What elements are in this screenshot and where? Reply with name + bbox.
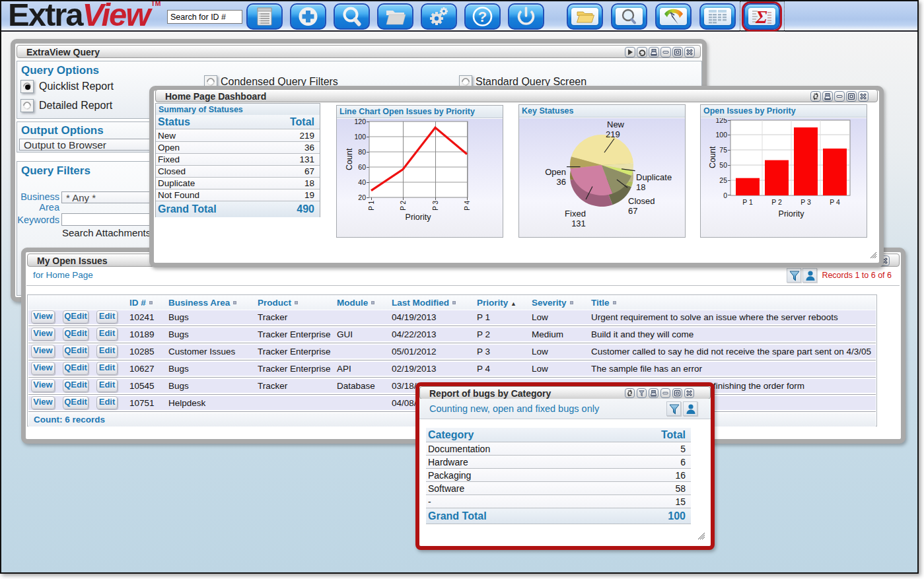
svg-text:20: 20 [358, 193, 366, 201]
svg-text:P 4: P 4 [830, 198, 840, 206]
svg-text:125: 125 [715, 118, 727, 124]
svg-text:New: New [607, 119, 625, 129]
svg-text:60: 60 [358, 163, 366, 171]
svg-text:40: 40 [358, 178, 366, 186]
svg-text:18: 18 [636, 182, 645, 192]
svg-text:P 3: P 3 [432, 201, 439, 211]
svg-text:50: 50 [719, 161, 727, 169]
svg-text:?: ? [478, 9, 487, 25]
svg-text:120: 120 [354, 119, 366, 125]
svg-text:Count: Count [708, 146, 717, 168]
svg-text:Fixed: Fixed [565, 209, 586, 219]
svg-text:P 1: P 1 [368, 201, 375, 211]
svg-text:Count: Count [345, 148, 354, 170]
svg-text:Closed: Closed [628, 196, 655, 206]
svg-text:P 4: P 4 [464, 201, 471, 211]
svg-text:100: 100 [354, 133, 366, 141]
svg-text:75: 75 [719, 146, 727, 154]
svg-text:P 3: P 3 [800, 198, 811, 206]
svg-text:Open: Open [545, 167, 566, 177]
svg-text:100: 100 [715, 131, 727, 139]
svg-text:P 1: P 1 [742, 198, 753, 206]
svg-text:P 2: P 2 [400, 201, 407, 211]
svg-text:219: 219 [606, 129, 620, 139]
svg-text:P 2: P 2 [771, 198, 782, 206]
svg-text:Duplicate: Duplicate [636, 172, 672, 182]
svg-text:Priority: Priority [779, 209, 805, 219]
svg-text:0: 0 [723, 191, 727, 199]
svg-text:36: 36 [557, 177, 566, 187]
svg-text:Priority: Priority [406, 213, 432, 222]
svg-text:131: 131 [571, 219, 586, 228]
svg-text:80: 80 [358, 148, 366, 156]
svg-text:67: 67 [628, 206, 637, 216]
svg-text:25: 25 [719, 176, 727, 184]
